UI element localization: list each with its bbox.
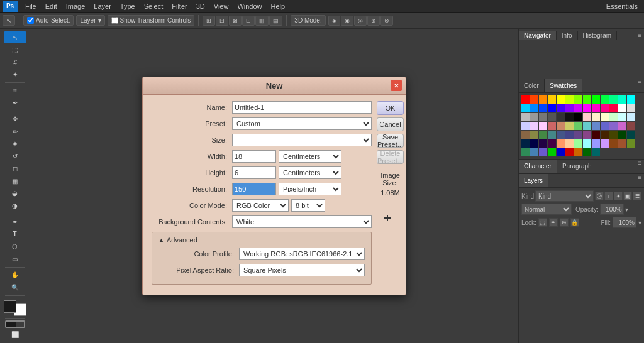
- align-top-btn[interactable]: ⊡: [242, 16, 255, 26]
- 3d-btn-5[interactable]: ⊗: [380, 16, 393, 26]
- tab-layers[interactable]: Layers: [519, 174, 548, 187]
- tool-mask[interactable]: [5, 320, 25, 328]
- essentials-button[interactable]: Essentials: [602, 2, 641, 11]
- swatch[interactable]: [530, 148, 538, 156]
- swatch[interactable]: [574, 95, 582, 104]
- auto-select-type[interactable]: Layer ▾: [76, 15, 104, 26]
- lock-icon-2[interactable]: ✒: [549, 218, 558, 227]
- tool-move[interactable]: ↖: [4, 31, 26, 43]
- swatch[interactable]: [574, 122, 582, 130]
- tab-swatches[interactable]: Swatches: [545, 79, 582, 92]
- tool-history-brush[interactable]: ↺: [4, 150, 26, 162]
- 3d-btn-1[interactable]: ◈: [328, 16, 340, 26]
- align-middle-btn[interactable]: ▥: [255, 16, 269, 26]
- tool-brush[interactable]: ✏: [4, 126, 26, 138]
- height-input[interactable]: [232, 166, 276, 179]
- align-right-btn[interactable]: ⊠: [229, 16, 242, 26]
- swatch[interactable]: [583, 95, 591, 104]
- ok-button[interactable]: OK: [377, 101, 404, 115]
- tool-zoom[interactable]: 🔍: [4, 281, 26, 293]
- swatch[interactable]: [618, 122, 626, 130]
- swatch[interactable]: [548, 131, 556, 139]
- swatch[interactable]: [574, 139, 582, 148]
- menu-edit[interactable]: Edit: [42, 2, 61, 11]
- transform-checkbox[interactable]: [111, 17, 118, 24]
- swatch[interactable]: [548, 148, 556, 156]
- swatch[interactable]: [548, 95, 556, 104]
- swatch[interactable]: [627, 122, 635, 130]
- layers-icon-2[interactable]: T: [604, 192, 613, 200]
- swatch[interactable]: [530, 95, 538, 104]
- layers-icon-4[interactable]: ▣: [623, 192, 632, 200]
- swatch[interactable]: [583, 131, 591, 139]
- tool-path[interactable]: ⬡: [4, 241, 26, 253]
- swatch[interactable]: [565, 139, 574, 148]
- swatch[interactable]: [565, 113, 574, 121]
- swatch[interactable]: [627, 131, 635, 139]
- layers-panel-menu[interactable]: ≡: [635, 174, 644, 187]
- dialog-close-button[interactable]: ✕: [391, 80, 402, 91]
- menu-select[interactable]: Select: [140, 2, 167, 11]
- swatch[interactable]: [601, 122, 609, 130]
- swatch[interactable]: [618, 139, 626, 148]
- align-left-btn[interactable]: ⊞: [203, 16, 215, 26]
- swatch[interactable]: [539, 139, 547, 148]
- tab-info[interactable]: Info: [557, 31, 578, 40]
- swatch[interactable]: [557, 113, 565, 121]
- tab-color[interactable]: Color: [519, 79, 545, 92]
- swatch[interactable]: [557, 148, 565, 156]
- bg-contents-select[interactable]: White: [232, 215, 372, 228]
- menu-3d[interactable]: 3D: [192, 2, 209, 11]
- swatch[interactable]: [521, 131, 530, 139]
- swatch[interactable]: [557, 139, 565, 148]
- opacity-input[interactable]: [600, 204, 624, 215]
- lock-icon-1[interactable]: ⬚: [538, 218, 547, 227]
- swatch[interactable]: [530, 131, 538, 139]
- color-profile-select[interactable]: Working RGB: sRGB IEC61966-2.1: [239, 248, 365, 260]
- swatch[interactable]: [583, 148, 591, 156]
- menu-window[interactable]: Window: [233, 2, 265, 11]
- swatch[interactable]: [601, 95, 609, 104]
- swatch[interactable]: [583, 113, 591, 121]
- color-panel-menu[interactable]: ≡: [635, 79, 644, 92]
- swatch[interactable]: [627, 104, 635, 112]
- tool-frame[interactable]: ⬜: [4, 329, 26, 340]
- auto-select-checkbox[interactable]: Auto-Select:: [23, 15, 74, 26]
- swatch[interactable]: [521, 148, 530, 156]
- swatch[interactable]: [521, 95, 530, 104]
- tool-heal[interactable]: ✜: [4, 113, 26, 125]
- lock-icon-3[interactable]: ⊕: [560, 218, 569, 227]
- swatch[interactable]: [557, 95, 565, 104]
- swatch[interactable]: [539, 131, 547, 139]
- auto-select-check[interactable]: [27, 17, 34, 24]
- layers-icon-1[interactable]: Ⓟ: [595, 192, 604, 200]
- swatch[interactable]: [530, 122, 538, 130]
- swatch[interactable]: [627, 113, 635, 121]
- swatch[interactable]: [565, 95, 574, 104]
- layers-icon-3[interactable]: ✦: [614, 192, 623, 200]
- swatch[interactable]: [609, 131, 618, 139]
- layers-kind-select[interactable]: Kind: [535, 190, 594, 202]
- menu-help[interactable]: Help: [267, 2, 289, 11]
- menu-type[interactable]: Type: [116, 2, 139, 11]
- swatch[interactable]: [574, 131, 582, 139]
- tab-navigator[interactable]: Navigator: [519, 31, 557, 40]
- tool-hand[interactable]: ✋: [4, 270, 26, 281]
- width-input[interactable]: [232, 150, 276, 163]
- tool-blur[interactable]: ◒: [4, 188, 26, 200]
- tool-stamp[interactable]: ◈: [4, 138, 26, 150]
- menu-view[interactable]: View: [210, 2, 233, 11]
- swatch[interactable]: [565, 122, 574, 130]
- swatch[interactable]: [530, 104, 538, 112]
- swatch[interactable]: [609, 95, 618, 104]
- swatch[interactable]: [618, 131, 626, 139]
- swatch[interactable]: [565, 148, 574, 156]
- swatch[interactable]: [539, 113, 547, 121]
- cancel-button[interactable]: Cancel: [377, 117, 404, 131]
- swatch[interactable]: [592, 122, 600, 130]
- menu-image[interactable]: Image: [62, 2, 89, 11]
- swatch[interactable]: [609, 122, 618, 130]
- preset-select[interactable]: Custom: [232, 117, 372, 130]
- swatch[interactable]: [521, 139, 530, 148]
- swatch[interactable]: [565, 131, 574, 139]
